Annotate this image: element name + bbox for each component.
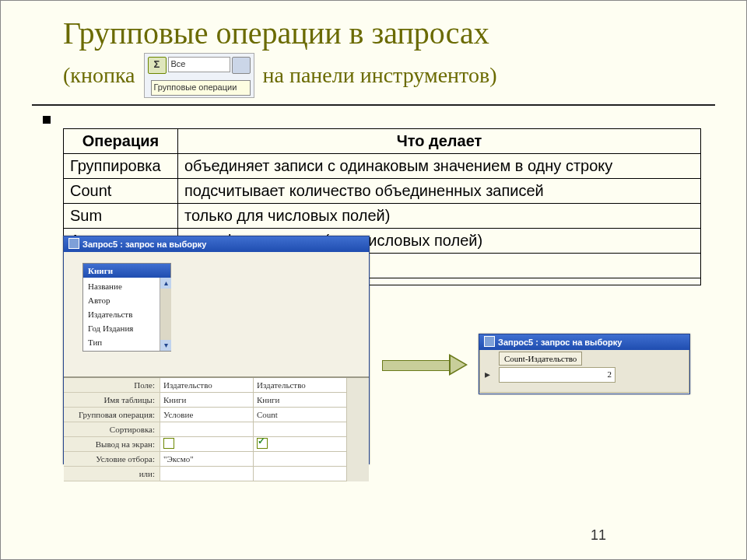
grid-cell[interactable]: [160, 422, 254, 437]
slide-title: Групповые операции в запросах: [63, 15, 715, 51]
row-label: Сортировка:: [64, 422, 160, 437]
grid-cell-show[interactable]: [254, 437, 347, 452]
grid-cell-show[interactable]: [160, 437, 254, 452]
grid-cell[interactable]: Издательство: [254, 378, 347, 393]
window-title: Запрос5 : запрос на выборку: [64, 236, 369, 252]
arrow-icon: [382, 354, 468, 376]
table-box[interactable]: Книги Название Автор Издательств Год Изд…: [82, 263, 171, 352]
window-title: Запрос5 : запрос на выборку: [479, 334, 689, 350]
result-column-header[interactable]: Count-Издательство: [499, 352, 582, 366]
toolbar-tooltip: Групповые операции: [151, 80, 251, 96]
scroll-up-icon[interactable]: ▴: [160, 278, 171, 289]
row-label: Вывод на экран:: [64, 437, 160, 452]
grid-cell[interactable]: "Эксмо": [160, 452, 254, 467]
col-header-desc: Что делает: [178, 129, 701, 154]
checkbox-icon[interactable]: [163, 438, 174, 449]
toolbar-icon[interactable]: [232, 57, 251, 74]
grid-cell[interactable]: [254, 422, 347, 437]
row-marker-icon: ▸: [485, 369, 490, 380]
row-label: Имя таблицы:: [64, 393, 160, 408]
toolbar-dropdown[interactable]: Все: [168, 57, 230, 72]
field-item[interactable]: Тип: [86, 335, 167, 349]
scroll-down-icon[interactable]: ▾: [160, 340, 171, 351]
result-value[interactable]: 2: [499, 367, 615, 383]
row-label: Групповая операция:: [64, 408, 160, 422]
grid-cell[interactable]: Count: [254, 408, 347, 422]
grid-cell[interactable]: Издательство: [160, 378, 254, 393]
title-area: Групповые операции в запросах (кнопка Σ …: [1, 1, 746, 101]
grid-cell[interactable]: [160, 467, 254, 481]
slide: Групповые операции в запросах (кнопка Σ …: [0, 0, 747, 560]
design-grid: Поле: Издательство Издательство Имя табл…: [64, 378, 369, 481]
field-item[interactable]: Год Издания: [86, 321, 167, 335]
table-row: Countподсчитывает количество объединенны…: [64, 179, 701, 204]
grid-cell[interactable]: Книги: [160, 393, 254, 408]
row-label: Поле:: [64, 378, 160, 393]
field-item[interactable]: Название: [86, 279, 167, 293]
result-body: Count-Издательство ▸ 2: [479, 350, 689, 393]
query-designer-window: Запрос5 : запрос на выборку Книги Назван…: [63, 236, 370, 464]
query-result-window: Запрос5 : запрос на выборку Count-Издате…: [479, 334, 690, 394]
designer-upper-pane: Книги Название Автор Издательств Год Изд…: [64, 252, 369, 376]
field-item[interactable]: Издательств: [86, 307, 167, 321]
row-label: Условие отбора:: [64, 452, 160, 467]
checkbox-checked-icon[interactable]: [257, 438, 268, 449]
col-header-op: Операция: [64, 129, 178, 154]
scrollbar[interactable]: ▴ ▾: [160, 278, 171, 351]
grid-cell[interactable]: Условие: [160, 408, 254, 422]
slide-subtitle: (кнопка Σ Все Групповые операции на пане…: [63, 53, 715, 98]
field-item[interactable]: Автор: [86, 293, 167, 307]
table-row: Группировкаобъединяет записи с одинаковы…: [64, 154, 701, 179]
page-number: 11: [591, 527, 606, 544]
grid-cell[interactable]: [254, 467, 347, 481]
title-underline: [32, 104, 715, 106]
sigma-button[interactable]: Σ: [148, 57, 167, 74]
table-row: Sumтолько для числовых полей): [64, 204, 701, 229]
table-box-title: Книги: [83, 264, 170, 278]
toolbar-snippet: Σ Все Групповые операции: [144, 53, 254, 98]
bullet-icon: [43, 116, 51, 124]
table-field-list[interactable]: Название Автор Издательств Год Издания Т…: [83, 278, 170, 351]
table-header-row: Операция Что делает: [64, 129, 701, 154]
grid-cell[interactable]: [254, 452, 347, 467]
grid-cell[interactable]: Книги: [254, 393, 347, 408]
row-label: или:: [64, 467, 160, 481]
